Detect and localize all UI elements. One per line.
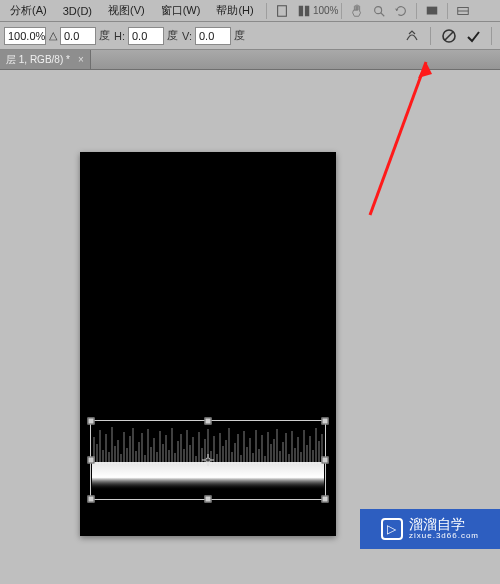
arrange-icon[interactable]: [296, 3, 312, 19]
menu-help[interactable]: 帮助(H): [208, 1, 261, 20]
warp-mode-icon[interactable]: [404, 28, 420, 44]
svg-line-4: [380, 12, 384, 16]
transform-handle-tr[interactable]: [322, 418, 329, 425]
screenmode-icon[interactable]: [424, 3, 440, 19]
svg-rect-1: [298, 5, 302, 16]
skew-v-field[interactable]: 0.0: [195, 27, 231, 45]
v-unit: 度: [234, 28, 245, 43]
angle-prefix: △: [49, 29, 57, 42]
separator: [491, 27, 492, 45]
document-tab[interactable]: 层 1, RGB/8) * ×: [0, 50, 91, 69]
angle-field[interactable]: 0.0: [60, 27, 96, 45]
transform-handle-bl[interactable]: [88, 496, 95, 503]
transform-handle-bc[interactable]: [205, 496, 212, 503]
svg-point-89: [206, 458, 210, 462]
menu-bar: 分析(A) 3D(D) 视图(V) 窗口(W) 帮助(H) 100%: [0, 0, 500, 22]
commit-transform-icon[interactable]: [465, 28, 481, 44]
cancel-transform-icon[interactable]: [441, 28, 457, 44]
menu-3d[interactable]: 3D(D): [55, 3, 100, 19]
separator: [416, 3, 417, 19]
separator: [430, 27, 431, 45]
tab-close-icon[interactable]: ×: [78, 54, 84, 65]
angle-unit: 度: [99, 28, 110, 43]
zoom-readout[interactable]: 100%: [318, 3, 334, 19]
extras-icon[interactable]: [455, 3, 471, 19]
tab-label: 层 1, RGB/8) *: [6, 53, 70, 67]
doc-icon[interactable]: [274, 3, 290, 19]
transform-handle-br[interactable]: [322, 496, 329, 503]
menu-window[interactable]: 窗口(W): [153, 1, 209, 20]
watermark-logo-icon: ▷: [381, 518, 403, 540]
svg-line-10: [445, 32, 453, 40]
svg-rect-0: [277, 5, 286, 16]
transform-handle-mr[interactable]: [322, 457, 329, 464]
zoom-tool-icon[interactable]: [371, 3, 387, 19]
hand-tool-icon[interactable]: [349, 3, 365, 19]
watermark-badge: ▷ 溜溜自学 zixue.3d66.com: [360, 509, 500, 549]
transform-handle-tl[interactable]: [88, 418, 95, 425]
transform-center-icon[interactable]: [202, 454, 214, 466]
h-label: H:: [114, 30, 125, 42]
menu-view[interactable]: 视图(V): [100, 1, 153, 20]
transform-handle-ml[interactable]: [88, 457, 95, 464]
rotate-view-icon[interactable]: [393, 3, 409, 19]
svg-rect-2: [305, 5, 309, 16]
workspace: [0, 70, 500, 584]
separator: [266, 3, 267, 19]
h-unit: 度: [167, 28, 178, 43]
separator: [447, 3, 448, 19]
v-label: V:: [182, 30, 192, 42]
document-tab-strip: 层 1, RGB/8) * ×: [0, 50, 500, 70]
transform-handle-tc[interactable]: [205, 418, 212, 425]
watermark-subtitle: zixue.3d66.com: [409, 532, 479, 541]
svg-point-3: [374, 6, 381, 13]
skew-h-field[interactable]: 0.0: [128, 27, 164, 45]
separator: [341, 3, 342, 19]
canvas[interactable]: [80, 152, 336, 536]
menu-analyze[interactable]: 分析(A): [2, 1, 55, 20]
transform-bounding-box[interactable]: [90, 420, 326, 500]
watermark-title: 溜溜自学: [409, 517, 479, 532]
options-bar: 100.0% △ 0.0 度 H: 0.0 度 V: 0.0 度: [0, 22, 500, 50]
scale-field[interactable]: 100.0%: [4, 27, 46, 45]
svg-rect-6: [426, 6, 437, 14]
